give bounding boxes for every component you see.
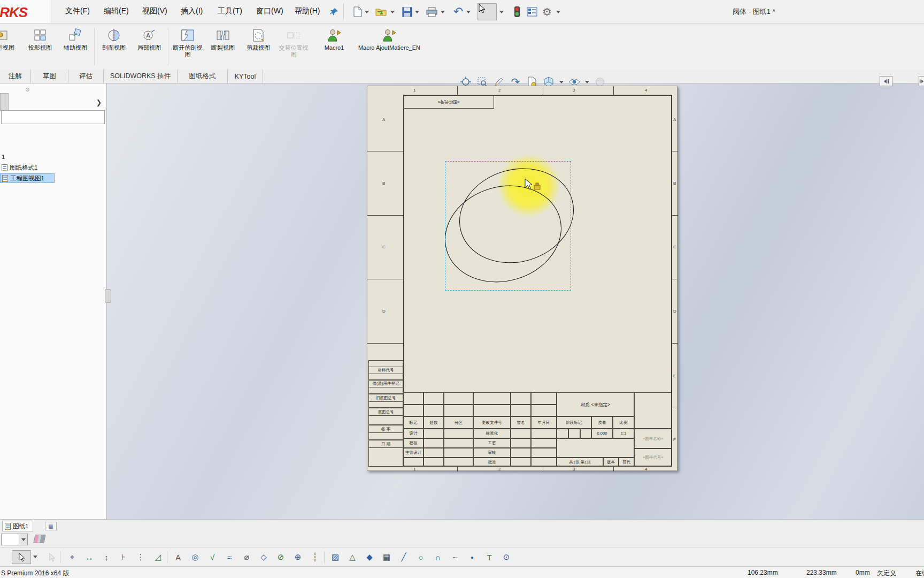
tab-sketch[interactable]: 草图 — [31, 70, 68, 83]
broken-out-section-icon — [180, 27, 196, 43]
weld-symbol-icon[interactable]: ≈ — [222, 550, 236, 564]
block-icon[interactable]: ◆ — [363, 550, 376, 564]
tab-evaluate[interactable]: 评估 — [68, 70, 104, 83]
menu-edit[interactable]: 编辑(E) — [104, 6, 129, 16]
style-dropdown[interactable] — [1, 534, 28, 545]
sketch-circle-icon[interactable]: ○ — [414, 550, 428, 564]
magnifying-glass-icon[interactable]: ⊙ — [499, 550, 513, 564]
table-icon[interactable]: ▦ — [380, 550, 394, 564]
pin-menu-icon[interactable] — [327, 5, 341, 19]
sketch-arc-icon[interactable]: ∩ — [431, 550, 445, 564]
area-hatch-icon[interactable]: ▨ — [328, 550, 342, 564]
surface-finish-icon[interactable]: √ — [205, 550, 219, 564]
title-block-cell — [368, 433, 403, 440]
tab-sheet-format[interactable]: 图纸格式 — [178, 70, 228, 83]
crop-view-button[interactable]: 剪裁视图 — [242, 26, 275, 67]
datum-feature-icon[interactable]: ◇ — [257, 550, 271, 564]
panel-flyout-arrow[interactable]: ❯ — [94, 97, 104, 107]
tree-filter-input[interactable] — [1, 110, 105, 124]
eraser-icon[interactable] — [33, 535, 45, 543]
print-dropdown[interactable] — [441, 11, 445, 13]
new-document-dropdown[interactable] — [365, 11, 369, 13]
properties-list-icon[interactable] — [525, 5, 539, 19]
select-tool-dropdown[interactable] — [499, 11, 504, 13]
options-dropdown[interactable] — [556, 11, 560, 13]
ordinate-dimension-icon[interactable]: ⋮ — [134, 550, 148, 564]
select-tool-caret[interactable] — [33, 556, 37, 558]
new-document-icon[interactable] — [351, 5, 365, 19]
select-tool-active[interactable] — [478, 3, 497, 20]
tree-item-drawing-view[interactable]: 工程图视图1 — [0, 173, 55, 183]
open-document-dropdown[interactable] — [390, 11, 395, 13]
traffic-light-icon[interactable] — [510, 5, 524, 19]
sketch-line-icon[interactable]: ╱ — [397, 550, 411, 564]
sheet-tab-active[interactable]: 图纸1 — [2, 521, 33, 531]
title-block-cell — [368, 360, 403, 367]
sketch-spline-icon[interactable]: ~ — [448, 550, 462, 564]
centerline-icon[interactable]: ┆ — [308, 550, 322, 564]
tab-addins[interactable]: SOLIDWORKS 插件 — [104, 70, 178, 83]
hide-show-items-dropdown[interactable] — [585, 81, 589, 83]
panel-splitter-handle[interactable] — [105, 289, 111, 303]
sheet-tab-bar: 图纸1 ▦ — [0, 519, 924, 532]
menu-window[interactable]: 窗口(W) — [256, 6, 283, 16]
chamfer-dimension-icon[interactable]: ◿ — [151, 550, 165, 564]
tab-annotation[interactable]: 注解 — [0, 70, 31, 83]
projected-view-button[interactable]: 投影视图 — [24, 26, 57, 67]
break-view-button[interactable]: 断裂视图 — [206, 26, 240, 67]
menu-insert[interactable]: 插入(I) — [181, 6, 203, 16]
panel-grip-dot[interactable] — [26, 88, 29, 92]
drawing-view-border[interactable] — [445, 161, 571, 291]
baseline-dimension-icon[interactable]: ⊦ — [117, 550, 130, 564]
select-tool-button[interactable] — [12, 550, 31, 564]
balloon-icon[interactable]: ◎ — [188, 550, 202, 564]
hole-callout-icon[interactable]: ⊘ — [274, 550, 288, 564]
tab-kytool[interactable]: KYTool — [228, 70, 263, 83]
smart-dimension-icon[interactable]: ⌖ — [65, 550, 79, 564]
geometric-tolerance-icon[interactable]: ⌀ — [240, 550, 253, 564]
sketch-text-icon[interactable]: T — [482, 550, 496, 564]
print-icon[interactable] — [425, 5, 438, 19]
drawing-sheet[interactable]: 1 2 3 4 1 2 3 4 A B C D A B C D E F «图样代… — [367, 86, 677, 471]
sheet-tab-options-button[interactable]: ▦ — [45, 522, 57, 530]
tree-root-item-clipped[interactable]: 1 — [0, 152, 5, 162]
section-view-button[interactable]: 剖面视图 — [97, 26, 130, 67]
undo-dropdown[interactable] — [466, 11, 471, 13]
stage-mark-header: 阶段标记 — [557, 416, 591, 429]
collapse-left-pane-button[interactable] — [880, 76, 892, 86]
menu-view[interactable]: 视图(V) — [142, 6, 167, 16]
horizontal-dimension-icon[interactable]: ↔ — [82, 550, 96, 564]
menu-tools[interactable]: 工具(T) — [218, 6, 242, 16]
auxiliary-view-button[interactable]: 辅助视图 — [59, 26, 92, 67]
tree-item-sheet-format[interactable]: 图纸格式1 — [0, 163, 37, 172]
broken-out-section-button[interactable]: 断开的剖视图 — [171, 26, 204, 67]
options-gear-icon[interactable]: ⚙ — [540, 5, 554, 19]
style-dropdown-caret[interactable] — [19, 534, 27, 545]
graphics-area[interactable]: ↷ — [107, 83, 924, 519]
undo-icon[interactable]: ↶ — [451, 5, 465, 19]
open-document-icon[interactable] — [374, 5, 388, 19]
note-icon[interactable]: A — [171, 550, 185, 564]
title-block-cell — [473, 392, 511, 405]
collapse-right-pane-button[interactable] — [919, 76, 924, 86]
save-icon[interactable] — [400, 5, 414, 19]
drawing-view-icon — [2, 175, 8, 182]
signature-cell — [403, 458, 424, 467]
macro-ajoutmatiere-button[interactable]: Macro AjoutMatiere_EN — [357, 26, 421, 67]
substitute-cell: 替代 — [619, 458, 634, 467]
vertical-dimension-icon[interactable]: ↕ — [99, 550, 113, 564]
revision-symbol-icon[interactable]: △ — [345, 550, 359, 564]
signature-cell: 工艺 — [473, 438, 511, 448]
center-mark-icon[interactable]: ⊕ — [291, 550, 305, 564]
menu-file[interactable]: 文件(F) — [65, 6, 90, 16]
sketch-point-icon[interactable]: • — [465, 550, 479, 564]
title-block-cell — [444, 405, 473, 416]
model-view-button[interactable]: 模型视图 — [0, 26, 19, 67]
lasso-select-icon[interactable] — [45, 550, 59, 564]
macro1-button[interactable]: Macro1 — [315, 26, 353, 67]
view-orientation-dropdown[interactable] — [559, 81, 564, 83]
macro1-label: Macro1 — [325, 44, 344, 51]
detail-view-button[interactable]: A 局部视图 — [133, 26, 166, 67]
menu-help[interactable]: 帮助(H) — [295, 6, 320, 16]
save-dropdown[interactable] — [415, 11, 419, 13]
